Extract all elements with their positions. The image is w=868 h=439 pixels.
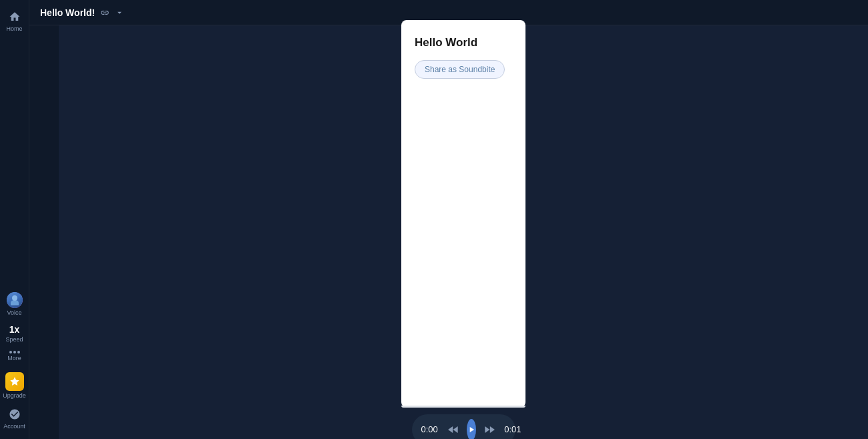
content-card: Hello World Share as Soundbite — [401, 20, 525, 408]
sidebar-item-home[interactable]: Home — [0, 5, 29, 36]
upgrade-badge — [5, 372, 24, 391]
home-icon — [7, 9, 22, 24]
chevron-down-icon[interactable] — [115, 8, 124, 17]
sidebar-more-label: More — [7, 355, 21, 361]
sidebar-account-label: Account — [3, 423, 25, 430]
forward-button[interactable] — [483, 423, 496, 436]
sidebar-item-more[interactable]: More — [0, 347, 29, 365]
card-title: Hello World — [415, 36, 512, 49]
sidebar-upgrade-label: Upgrade — [3, 392, 26, 399]
share-soundbite-button[interactable]: Share as Soundbite — [415, 60, 505, 79]
waveform-area — [415, 79, 512, 359]
sidebar-item-account[interactable]: Account — [0, 403, 29, 434]
sidebar-item-upgrade[interactable]: Upgrade — [0, 368, 29, 403]
sidebar-speed-label: Speed — [5, 336, 23, 343]
sidebar-item-speed[interactable]: 1x Speed — [0, 320, 29, 347]
player-time-start: 0:00 — [421, 424, 440, 434]
link-icon[interactable] — [100, 8, 110, 17]
card-wrapper: Hello World Share as Soundbite 0:00 — [401, 20, 525, 440]
account-icon — [7, 407, 22, 422]
sidebar-voice-label: Voice — [7, 309, 21, 316]
sidebar-item-voice[interactable]: Voice — [0, 288, 29, 320]
header-title: Hello World! — [40, 7, 95, 18]
progress-bar — [401, 406, 525, 408]
main-content: Hello World Share as Soundbite 0:00 — [59, 25, 868, 439]
play-button[interactable] — [467, 419, 476, 440]
sidebar-home-label: Home — [6, 25, 22, 32]
speed-value: 1x — [9, 324, 20, 335]
card-content: Hello World Share as Soundbite — [401, 20, 525, 406]
avatar — [7, 292, 23, 308]
rewind-button[interactable] — [447, 423, 460, 436]
more-icon — [9, 351, 20, 353]
player-bar: 0:00 0:01 — [412, 414, 515, 440]
player-time-end: 0:01 — [503, 424, 521, 434]
sidebar: Home Voice 1x Speed More Upgrade — [0, 0, 29, 439]
